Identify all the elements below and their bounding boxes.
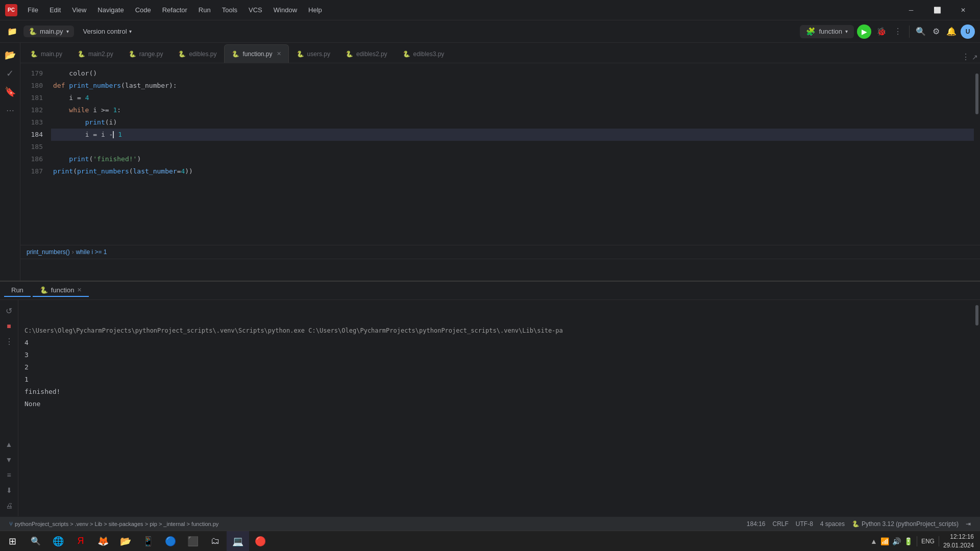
menu-vcs[interactable]: VCS	[243, 4, 267, 16]
taskbar-app4[interactable]: 🔵	[159, 531, 182, 552]
settings-button[interactable]: ⚙	[930, 26, 942, 38]
encoding-text: UTF-8	[796, 520, 813, 528]
taskbar-chrome[interactable]: 🔴	[249, 531, 272, 552]
taskbar-items: 🔍 🌐 Я 🦊 📂 📱 🔵 ⬛ 🗂 💻 🔴	[24, 531, 272, 552]
system-clock[interactable]: 12:12:16 29.01.2024	[943, 533, 974, 550]
run-config-selector[interactable]: 🧩 function ▾	[800, 25, 854, 38]
maximize-button[interactable]: ⬜	[925, 0, 949, 20]
taskbar-right: ▲ 📶 🔊 🔋 ENG 12:12:16 29.01.2024	[870, 533, 980, 550]
tab-edibles3-py[interactable]: 🐍 edibles3.py	[395, 44, 452, 63]
menu-help[interactable]: Help	[303, 4, 327, 16]
panel-tab-run[interactable]: Run	[4, 284, 31, 297]
menu-window[interactable]: Window	[268, 4, 302, 16]
panel-scrollbar[interactable]	[974, 300, 980, 532]
taskbar-pycharm[interactable]: 💻	[227, 531, 249, 552]
clock-date: 29.01.2024	[943, 541, 974, 550]
panel-more-button[interactable]: ⋮	[3, 335, 16, 348]
taskbar-app3[interactable]: 📱	[137, 531, 159, 552]
menu-run[interactable]: Run	[193, 4, 216, 16]
tray-battery-icon[interactable]: 🔋	[904, 537, 913, 545]
cursor-position[interactable]: 184:16	[744, 519, 769, 529]
more-tabs-icon[interactable]: ⋮	[962, 52, 970, 62]
menu-bar: File Edit View Navigate Code Refactor Ru…	[22, 4, 894, 16]
code-line-182: while i >= 1:	[51, 104, 974, 116]
restart-button[interactable]: ↺	[3, 304, 16, 317]
line-ending[interactable]: CRLF	[770, 519, 792, 529]
scroll-down-icon[interactable]: ▼	[3, 453, 16, 466]
code-line-179: color()	[51, 67, 974, 80]
tray-arrow-icon[interactable]: ▲	[870, 537, 877, 545]
taskbar-yandex[interactable]: Я	[69, 531, 92, 552]
folder-icon[interactable]: 📁	[5, 24, 19, 39]
menu-edit[interactable]: Edit	[44, 4, 66, 16]
breadcrumb-function[interactable]: print_numbers()	[27, 248, 70, 256]
tab-function-py[interactable]: 🐍 function.py ✕	[224, 44, 288, 63]
tray-lang-icon[interactable]: ENG	[921, 538, 935, 545]
close-button[interactable]: ✕	[951, 0, 975, 20]
indent-icon[interactable]: ⇥	[963, 519, 974, 529]
terminal-output-2: 2	[24, 361, 967, 373]
terminal-area[interactable]: C:\Users\Oleg\PycharmProjects\pythonProj…	[18, 322, 973, 531]
minimize-button[interactable]: ─	[899, 0, 923, 20]
tab-main-py[interactable]: 🐍 main.py	[22, 44, 70, 63]
scroll-to-end-icon[interactable]: ⬇	[3, 484, 16, 497]
menu-refactor[interactable]: Refactor	[157, 4, 192, 16]
panel-left-buttons: ↺ ■ ⋮ ▲ ▼ ≡ ⬇ 🖨 ▶	[0, 300, 18, 532]
encoding[interactable]: UTF-8	[793, 519, 816, 529]
menu-file[interactable]: File	[22, 4, 43, 16]
python-version[interactable]: 🐍 Python 3.12 (pythonProject_scripts)	[849, 519, 962, 529]
user-avatar[interactable]: U	[961, 24, 975, 39]
tab-edibles-py[interactable]: 🐍 edibles.py	[170, 44, 224, 63]
tab-label: main.py	[41, 51, 62, 58]
tab-users-py[interactable]: 🐍 users.py	[289, 44, 338, 63]
git-status[interactable]: ⑂ pythonProject_scripts > .venv > Lib > …	[6, 519, 222, 529]
sidebar-item-more[interactable]: ⋯	[2, 102, 18, 118]
tab-icon: 🐍	[30, 51, 38, 58]
taskbar-app2[interactable]: 📂	[114, 531, 137, 552]
taskbar-terminal[interactable]: ⬛	[182, 531, 204, 552]
menu-tools[interactable]: Tools	[217, 4, 242, 16]
position-text: 184:16	[747, 520, 766, 528]
print-icon[interactable]: 🖨	[3, 499, 16, 512]
code-line-186: print('finished!')	[51, 153, 974, 165]
tab-label: range.py	[139, 51, 163, 58]
taskbar-edge[interactable]: 🌐	[47, 531, 69, 552]
scroll-to-top-icon[interactable]: ▲	[3, 438, 16, 451]
tab-edibles2-py[interactable]: 🐍 edibles2.py	[338, 44, 395, 63]
menu-code[interactable]: Code	[130, 4, 156, 16]
sidebar-item-bookmarks[interactable]: 🔖	[2, 84, 18, 100]
taskbar-search[interactable]: 🔍	[24, 531, 47, 552]
indent[interactable]: 4 spaces	[817, 519, 848, 529]
terminal-output-3: 3	[24, 349, 967, 361]
tab-label: users.py	[307, 51, 330, 58]
open-in-new-icon[interactable]: ↗	[972, 53, 978, 61]
taskbar-files[interactable]: 🗂	[204, 531, 227, 552]
breadcrumb-while[interactable]: while i >= 1	[76, 248, 107, 256]
project-selector[interactable]: 🐍 main.py ▾	[23, 26, 74, 37]
menu-navigate[interactable]: Navigate	[92, 4, 129, 16]
sidebar-item-project[interactable]: 📂	[2, 47, 18, 63]
menu-view[interactable]: View	[67, 4, 91, 16]
search-button[interactable]: 🔍	[915, 26, 927, 38]
notifications-button[interactable]: 🔔	[945, 26, 958, 38]
tab-icon: 🐍	[232, 51, 239, 58]
debug-button[interactable]: 🐞	[874, 24, 889, 39]
run-tab-close-icon[interactable]: ✕	[77, 287, 82, 293]
sidebar-item-commit[interactable]: ✓	[2, 65, 18, 82]
taskbar-app1[interactable]: 🦊	[92, 531, 114, 552]
run-button[interactable]: ▶	[857, 24, 871, 39]
tab-close-icon[interactable]: ✕	[277, 51, 281, 57]
stop-button[interactable]: ■	[3, 319, 16, 333]
tab-icon: 🐍	[78, 51, 85, 58]
terminal-none: None	[24, 398, 967, 410]
start-button[interactable]: ⊞	[0, 531, 24, 552]
tab-main2-py[interactable]: 🐍 main2.py	[70, 44, 121, 63]
align-left-icon[interactable]: ≡	[3, 468, 16, 482]
code-line-187: print(print_numbers(last_number=4))	[51, 165, 974, 178]
tray-network-icon[interactable]: 📶	[880, 537, 889, 545]
vcs-selector[interactable]: Version control ▾	[78, 26, 137, 37]
more-button[interactable]: ⋮	[892, 26, 904, 38]
tab-range-py[interactable]: 🐍 range.py	[121, 44, 171, 63]
run-tab-function[interactable]: 🐍 function ✕	[33, 284, 89, 297]
tray-volume-icon[interactable]: 🔊	[892, 537, 901, 545]
